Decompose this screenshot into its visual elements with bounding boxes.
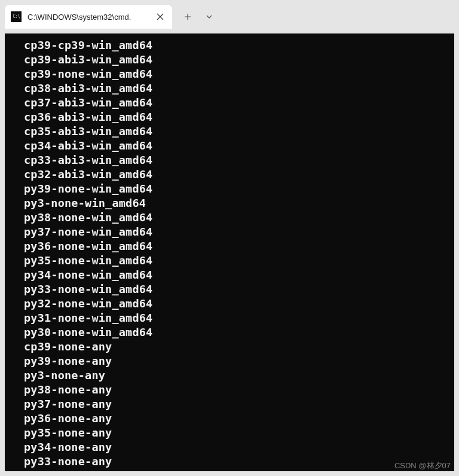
titlebar: C:\ C:\WINDOWS\system32\cmd. <box>0 0 459 33</box>
active-tab[interactable]: C:\ C:\WINDOWS\system32\cmd. <box>5 5 172 29</box>
new-tab-button[interactable] <box>177 6 198 28</box>
terminal-output: cp39-cp39-win_amd64 cp39-abi3-win_amd64 … <box>24 38 454 469</box>
chevron-down-icon <box>206 13 213 20</box>
cmd-icon: C:\ <box>11 11 22 22</box>
cmd-icon-glyph: C:\ <box>13 14 19 19</box>
titlebar-actions <box>177 5 220 29</box>
terminal-window: C:\ C:\WINDOWS\system32\cmd. cp3 <box>0 0 459 476</box>
tab-close-button[interactable] <box>153 10 167 24</box>
terminal-area[interactable]: cp39-cp39-win_amd64 cp39-abi3-win_amd64 … <box>5 33 454 471</box>
tab-title: C:\WINDOWS\system32\cmd. <box>27 13 149 22</box>
close-icon <box>157 13 164 20</box>
watermark: CSDN @林夕07 <box>394 460 451 471</box>
tab-dropdown-button[interactable] <box>198 6 220 28</box>
plus-icon <box>184 13 191 20</box>
